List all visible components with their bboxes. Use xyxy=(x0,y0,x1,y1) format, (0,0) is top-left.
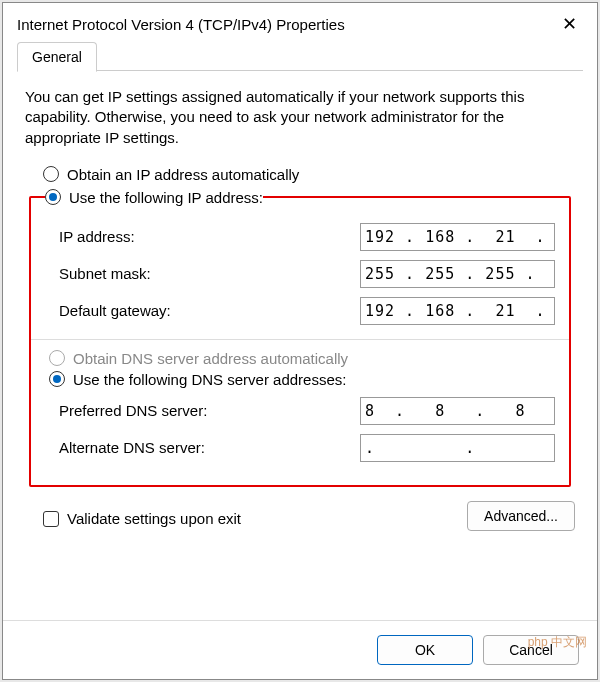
radio-icon xyxy=(49,371,65,387)
titlebar: Internet Protocol Version 4 (TCP/IPv4) P… xyxy=(3,3,597,41)
ip-address-label: IP address: xyxy=(59,228,135,245)
ip-address-row: IP address: xyxy=(59,223,555,251)
window-title: Internet Protocol Version 4 (TCP/IPv4) P… xyxy=(17,16,345,33)
radio-icon xyxy=(49,350,65,366)
tab-strip: General xyxy=(3,41,597,71)
subnet-mask-label: Subnet mask: xyxy=(59,265,151,282)
advanced-button[interactable]: Advanced... xyxy=(467,501,575,531)
radio-icon xyxy=(43,166,59,182)
checkbox-icon xyxy=(43,511,59,527)
radio-ip-auto-label: Obtain an IP address automatically xyxy=(67,166,299,183)
radio-dns-manual-row[interactable]: Use the following DNS server addresses: xyxy=(49,371,555,388)
tab-general[interactable]: General xyxy=(17,42,97,72)
validate-checkbox-row[interactable]: Validate settings upon exit xyxy=(43,510,241,527)
default-gateway-row: Default gateway: xyxy=(59,297,555,325)
default-gateway-input[interactable] xyxy=(360,297,555,325)
radio-ip-auto-row[interactable]: Obtain an IP address automatically xyxy=(43,166,575,183)
radio-dns-manual-label: Use the following DNS server addresses: xyxy=(73,371,346,388)
preferred-dns-label: Preferred DNS server: xyxy=(59,402,207,419)
preferred-dns-row: Preferred DNS server: xyxy=(59,397,555,425)
alternate-dns-row: Alternate DNS server: xyxy=(59,434,555,462)
default-gateway-label: Default gateway: xyxy=(59,302,171,319)
ip-address-input[interactable] xyxy=(360,223,555,251)
content-area: You can get IP settings assigned automat… xyxy=(3,71,597,620)
description-text: You can get IP settings assigned automat… xyxy=(25,87,575,148)
alternate-dns-input[interactable] xyxy=(360,434,555,462)
subnet-mask-input[interactable] xyxy=(360,260,555,288)
radio-ip-manual-row[interactable]: Use the following IP address: xyxy=(45,189,263,206)
validate-checkbox-label: Validate settings upon exit xyxy=(67,510,241,527)
ok-button[interactable]: OK xyxy=(377,635,473,665)
close-icon[interactable]: ✕ xyxy=(556,13,583,35)
radio-icon xyxy=(45,189,61,205)
alternate-dns-label: Alternate DNS server: xyxy=(59,439,205,456)
preferred-dns-input[interactable] xyxy=(360,397,555,425)
radio-dns-auto-row: Obtain DNS server address automatically xyxy=(49,350,555,367)
dialog-window: Internet Protocol Version 4 (TCP/IPv4) P… xyxy=(2,2,598,680)
dialog-footer: OK Cancel php 中文网 xyxy=(3,620,597,679)
subnet-mask-row: Subnet mask: xyxy=(59,260,555,288)
highlighted-settings-box: Use the following IP address: IP address… xyxy=(29,189,571,487)
cancel-button[interactable]: Cancel xyxy=(483,635,579,665)
divider xyxy=(31,339,569,340)
radio-dns-auto-label: Obtain DNS server address automatically xyxy=(73,350,348,367)
radio-ip-manual-label: Use the following IP address: xyxy=(69,189,263,206)
